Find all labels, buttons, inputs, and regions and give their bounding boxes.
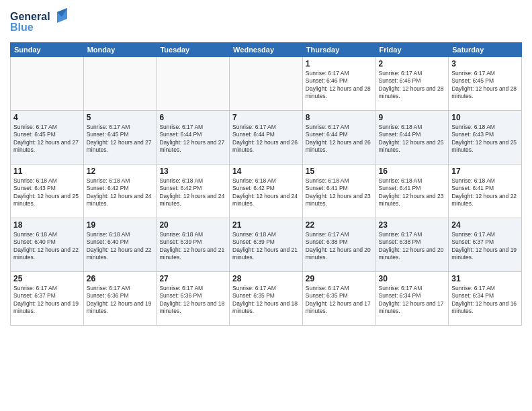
day-number: 7 (232, 113, 300, 122)
calendar-cell: 18Sunrise: 6:18 AM Sunset: 6:40 PM Dayli… (11, 218, 84, 272)
day-number: 6 (159, 113, 226, 122)
day-number: 30 (379, 274, 446, 283)
day-info: Sunrise: 6:17 AM Sunset: 6:44 PM Dayligh… (306, 124, 373, 154)
header: General Blue (10, 7, 522, 37)
calendar-cell: 20Sunrise: 6:18 AM Sunset: 6:39 PM Dayli… (157, 218, 230, 272)
calendar-cell: 14Sunrise: 6:18 AM Sunset: 6:42 PM Dayli… (230, 165, 303, 218)
day-info: Sunrise: 6:18 AM Sunset: 6:42 PM Dayligh… (159, 177, 226, 208)
calendar-cell: 4Sunrise: 6:17 AM Sunset: 6:45 PM Daylig… (11, 111, 84, 165)
day-number: 25 (13, 274, 81, 283)
day-number: 10 (451, 113, 519, 122)
day-number: 23 (379, 220, 446, 230)
day-number: 28 (232, 274, 300, 283)
calendar-cell: 29Sunrise: 6:17 AM Sunset: 6:35 PM Dayli… (302, 272, 375, 326)
day-number: 21 (232, 220, 300, 230)
calendar-cell: 7Sunrise: 6:17 AM Sunset: 6:44 PM Daylig… (230, 111, 303, 165)
day-number: 27 (159, 274, 226, 283)
day-number: 5 (87, 113, 154, 122)
calendar-cell: 1Sunrise: 6:17 AM Sunset: 6:46 PM Daylig… (302, 57, 375, 111)
day-info: Sunrise: 6:17 AM Sunset: 6:38 PM Dayligh… (379, 231, 446, 262)
day-info: Sunrise: 6:17 AM Sunset: 6:46 PM Dayligh… (379, 70, 446, 101)
day-number: 31 (451, 274, 519, 283)
day-info: Sunrise: 6:18 AM Sunset: 6:40 PM Dayligh… (87, 231, 154, 262)
day-info: Sunrise: 6:18 AM Sunset: 6:43 PM Dayligh… (451, 124, 519, 154)
day-info: Sunrise: 6:18 AM Sunset: 6:42 PM Dayligh… (232, 177, 300, 208)
day-info: Sunrise: 6:17 AM Sunset: 6:36 PM Dayligh… (159, 285, 226, 316)
calendar-week-row: 11Sunrise: 6:18 AM Sunset: 6:43 PM Dayli… (11, 165, 522, 218)
calendar-cell (11, 57, 84, 111)
calendar-cell: 5Sunrise: 6:17 AM Sunset: 6:45 PM Daylig… (83, 111, 157, 165)
day-info: Sunrise: 6:18 AM Sunset: 6:39 PM Dayligh… (159, 231, 226, 262)
day-number: 17 (451, 167, 519, 176)
day-number: 3 (451, 59, 519, 68)
day-info: Sunrise: 6:17 AM Sunset: 6:37 PM Dayligh… (13, 285, 81, 316)
day-info: Sunrise: 6:18 AM Sunset: 6:42 PM Dayligh… (87, 177, 154, 208)
calendar-cell: 24Sunrise: 6:17 AM Sunset: 6:37 PM Dayli… (449, 218, 522, 272)
weekday-header: Thursday (302, 43, 375, 57)
calendar-cell: 8Sunrise: 6:17 AM Sunset: 6:44 PM Daylig… (302, 111, 375, 165)
calendar-cell: 16Sunrise: 6:18 AM Sunset: 6:41 PM Dayli… (375, 165, 449, 218)
day-number: 22 (306, 220, 373, 230)
day-number: 26 (87, 274, 154, 283)
calendar-table: SundayMondayTuesdayWednesdayThursdayFrid… (10, 42, 522, 326)
weekday-header: Friday (375, 43, 449, 57)
day-info: Sunrise: 6:17 AM Sunset: 6:44 PM Dayligh… (232, 124, 300, 154)
day-info: Sunrise: 6:17 AM Sunset: 6:38 PM Dayligh… (306, 231, 373, 262)
calendar-cell: 12Sunrise: 6:18 AM Sunset: 6:42 PM Dayli… (83, 165, 157, 218)
calendar-cell: 30Sunrise: 6:17 AM Sunset: 6:34 PM Dayli… (375, 272, 449, 326)
day-number: 16 (379, 167, 446, 176)
calendar-cell: 26Sunrise: 6:17 AM Sunset: 6:36 PM Dayli… (83, 272, 157, 326)
day-info: Sunrise: 6:17 AM Sunset: 6:44 PM Dayligh… (159, 124, 226, 154)
day-number: 24 (451, 220, 519, 230)
calendar-cell: 13Sunrise: 6:18 AM Sunset: 6:42 PM Dayli… (157, 165, 230, 218)
day-number: 13 (159, 167, 226, 176)
day-info: Sunrise: 6:18 AM Sunset: 6:40 PM Dayligh… (13, 231, 81, 262)
logo: General Blue (10, 7, 71, 37)
calendar-cell: 23Sunrise: 6:17 AM Sunset: 6:38 PM Dayli… (375, 218, 449, 272)
calendar-cell: 25Sunrise: 6:17 AM Sunset: 6:37 PM Dayli… (11, 272, 84, 326)
calendar-cell: 21Sunrise: 6:18 AM Sunset: 6:39 PM Dayli… (230, 218, 303, 272)
svg-text:Blue: Blue (10, 21, 34, 33)
day-info: Sunrise: 6:17 AM Sunset: 6:34 PM Dayligh… (451, 285, 519, 316)
calendar-cell: 6Sunrise: 6:17 AM Sunset: 6:44 PM Daylig… (157, 111, 230, 165)
svg-text:General: General (10, 11, 50, 22)
day-number: 9 (379, 113, 446, 122)
day-info: Sunrise: 6:18 AM Sunset: 6:44 PM Dayligh… (379, 124, 446, 154)
main-container: General Blue SundayMondayTuesdayWednesda… (0, 0, 532, 332)
day-info: Sunrise: 6:17 AM Sunset: 6:45 PM Dayligh… (451, 70, 519, 101)
calendar-week-row: 18Sunrise: 6:18 AM Sunset: 6:40 PM Dayli… (11, 218, 522, 272)
day-number: 18 (13, 220, 81, 230)
day-info: Sunrise: 6:18 AM Sunset: 6:41 PM Dayligh… (379, 177, 446, 208)
day-number: 20 (159, 220, 226, 230)
day-number: 11 (13, 167, 81, 176)
weekday-header: Monday (83, 43, 157, 57)
day-info: Sunrise: 6:17 AM Sunset: 6:35 PM Dayligh… (232, 285, 300, 316)
day-info: Sunrise: 6:18 AM Sunset: 6:41 PM Dayligh… (451, 177, 519, 208)
day-number: 12 (87, 167, 154, 176)
day-number: 8 (306, 113, 373, 122)
day-number: 2 (379, 59, 446, 68)
calendar-cell (83, 57, 157, 111)
day-info: Sunrise: 6:18 AM Sunset: 6:41 PM Dayligh… (306, 177, 373, 208)
calendar-week-row: 1Sunrise: 6:17 AM Sunset: 6:46 PM Daylig… (11, 57, 522, 111)
calendar-cell: 17Sunrise: 6:18 AM Sunset: 6:41 PM Dayli… (449, 165, 522, 218)
calendar-cell: 19Sunrise: 6:18 AM Sunset: 6:40 PM Dayli… (83, 218, 157, 272)
day-info: Sunrise: 6:17 AM Sunset: 6:35 PM Dayligh… (306, 285, 373, 316)
calendar-cell (230, 57, 303, 111)
calendar-cell: 2Sunrise: 6:17 AM Sunset: 6:46 PM Daylig… (375, 57, 449, 111)
weekday-header: Saturday (449, 43, 522, 57)
weekday-header: Tuesday (157, 43, 230, 57)
day-number: 4 (13, 113, 81, 122)
weekday-header: Wednesday (230, 43, 303, 57)
calendar-cell: 22Sunrise: 6:17 AM Sunset: 6:38 PM Dayli… (302, 218, 375, 272)
day-number: 19 (87, 220, 154, 230)
day-info: Sunrise: 6:18 AM Sunset: 6:39 PM Dayligh… (232, 231, 300, 262)
calendar-week-row: 4Sunrise: 6:17 AM Sunset: 6:45 PM Daylig… (11, 111, 522, 165)
weekday-header: Sunday (11, 43, 84, 57)
day-info: Sunrise: 6:17 AM Sunset: 6:37 PM Dayligh… (451, 231, 519, 262)
calendar-cell: 3Sunrise: 6:17 AM Sunset: 6:45 PM Daylig… (449, 57, 522, 111)
day-info: Sunrise: 6:17 AM Sunset: 6:45 PM Dayligh… (87, 124, 154, 154)
calendar-cell: 28Sunrise: 6:17 AM Sunset: 6:35 PM Dayli… (230, 272, 303, 326)
calendar-cell: 11Sunrise: 6:18 AM Sunset: 6:43 PM Dayli… (11, 165, 84, 218)
day-info: Sunrise: 6:17 AM Sunset: 6:46 PM Dayligh… (306, 70, 373, 101)
